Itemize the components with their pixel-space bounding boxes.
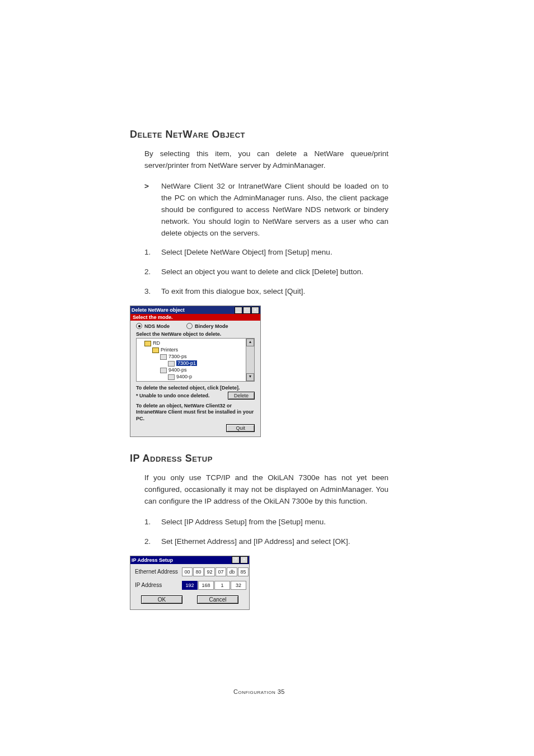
dialog2-title: IP Address Setup <box>132 557 232 563</box>
bindery-mode-label: Bindery Mode <box>195 323 228 329</box>
maximize-icon[interactable]: □ <box>243 307 251 314</box>
delete-hint2: * Unable to undo once deleted. <box>136 393 228 398</box>
ethernet-cells[interactable]: 00 80 92 07 db 85 <box>182 567 249 576</box>
dialog1-title: Delete NetWare object <box>132 307 235 313</box>
eth-cell-0[interactable]: 00 <box>182 567 193 576</box>
ip-cell-1[interactable]: 168 <box>198 581 214 590</box>
delete-hint1: To delete the selected object, click [De… <box>130 384 260 392</box>
heading-ip-setup: IP Address Setup <box>130 453 388 464</box>
ip-step-1-text: Select [IP Address Setup] from the [Setu… <box>161 516 388 528</box>
intro-delete: By selecting this item, you can delete a… <box>144 148 388 172</box>
ip-step-2: 2. Set [Ethernet Address] and [IP Addres… <box>144 536 388 548</box>
step-2: 2. Select an object you want to delete a… <box>144 266 388 278</box>
printer-icon <box>168 381 175 382</box>
ethernet-label: Ethernet Address <box>135 569 182 575</box>
heading-delete-netware: Delete NetWare Object <box>130 129 388 140</box>
delete-button[interactable]: Delete <box>228 392 255 400</box>
intro-ip: If you only use TCP/IP and the OkiLAN 73… <box>144 472 388 508</box>
step-2-num: 2. <box>144 266 161 278</box>
ip-step-2-text: Set [Ethernet Address] and [IP Address] … <box>161 536 388 548</box>
tree-scrollbar[interactable]: ▴ ▾ <box>246 339 254 381</box>
minimize-icon[interactable]: _ <box>235 307 242 314</box>
ip-cell-0[interactable]: 192 <box>182 581 198 590</box>
printer-icon <box>168 361 175 367</box>
step-3: 3. To exit from this dialogue box, selec… <box>144 286 388 298</box>
quit-button[interactable]: Quit <box>226 424 255 432</box>
radio-selected-icon <box>136 323 142 329</box>
note-marker: > <box>144 181 161 240</box>
delete-hint3: To delete an object, NetWare Client32 or… <box>130 402 260 423</box>
nds-mode-label: NDS Mode <box>144 323 170 329</box>
nds-mode-radio[interactable]: NDS Mode <box>136 323 170 329</box>
step-1-num: 1. <box>144 247 161 259</box>
tree-item-0[interactable]: 7300-ps <box>168 354 187 359</box>
eth-cell-1[interactable]: 80 <box>193 567 204 576</box>
ip-cell-2[interactable]: 1 <box>214 581 230 590</box>
close-icon[interactable]: × <box>251 307 259 314</box>
select-object-label: Select the NetWare object to delete. <box>130 331 260 338</box>
ip-step-1: 1. Select [IP Address Setup] from the [S… <box>144 516 388 528</box>
eth-cell-3[interactable]: 07 <box>216 567 226 576</box>
ip-cell-3[interactable]: 32 <box>231 581 246 590</box>
help-icon[interactable]: ? <box>232 556 240 564</box>
ip-label: IP Address <box>135 582 182 588</box>
tree-item-3[interactable]: 9400-p <box>176 374 192 379</box>
note-row: > NetWare Client 32 or IntranetWare Clie… <box>144 181 388 240</box>
eth-cell-5[interactable]: 85 <box>238 567 249 576</box>
dialog1-titlebar: Delete NetWare object _ □ × <box>130 306 260 314</box>
printer-icon <box>168 374 175 380</box>
printer-icon <box>160 354 167 360</box>
printer-icon <box>160 368 167 373</box>
step-1: 1. Select [Delete NetWare Object] from [… <box>144 247 388 259</box>
radio-unselected-icon <box>186 323 193 329</box>
window-buttons-2: ? × <box>232 556 248 564</box>
tree-item-4[interactable]: 7300-q1 <box>176 381 195 382</box>
folder-icon <box>152 348 159 353</box>
tree-item-2[interactable]: 9400-ps <box>168 367 187 373</box>
tree-item-1[interactable]: 7300-p1 <box>176 360 197 366</box>
eth-cell-2[interactable]: 92 <box>204 567 215 576</box>
close-icon[interactable]: × <box>240 556 248 564</box>
note-text: NetWare Client 32 or IntranetWare Client… <box>161 181 388 240</box>
tree-root: RD <box>153 340 160 346</box>
step-1-text: Select [Delete NetWare Object] from [Set… <box>161 247 388 259</box>
tree-printers: Printers <box>161 347 178 353</box>
folder-icon <box>144 341 151 346</box>
page-footer: Configuration 35 <box>130 688 388 695</box>
ip-setup-dialog: IP Address Setup ? × Ethernet Address 00… <box>130 556 388 610</box>
window-buttons: _ □ × <box>235 307 259 314</box>
ip-step-1-num: 1. <box>144 516 161 528</box>
scroll-down-icon[interactable]: ▾ <box>246 373 254 381</box>
bindery-mode-radio[interactable]: Bindery Mode <box>186 323 228 329</box>
ip-cells[interactable]: 192 168 1 32 <box>182 581 246 590</box>
scroll-up-icon[interactable]: ▴ <box>246 339 254 346</box>
ip-step-2-num: 2. <box>144 536 161 548</box>
cancel-button[interactable]: Cancel <box>197 595 238 604</box>
object-tree[interactable]: RD Printers 7300-ps 7300-p1 9400-ps 9400… <box>136 338 255 382</box>
step-3-num: 3. <box>144 286 161 298</box>
ok-button[interactable]: OK <box>141 595 182 604</box>
delete-netware-dialog: Delete NetWare object _ □ × Select the m… <box>130 306 388 437</box>
dialog2-titlebar: IP Address Setup ? × <box>130 556 249 564</box>
select-mode-bar: Select the mode. <box>130 314 260 321</box>
step-2-text: Select an object you want to delete and … <box>161 266 388 278</box>
step-3-text: To exit from this dialogue box, select [… <box>161 286 388 298</box>
eth-cell-4[interactable]: db <box>227 567 237 576</box>
